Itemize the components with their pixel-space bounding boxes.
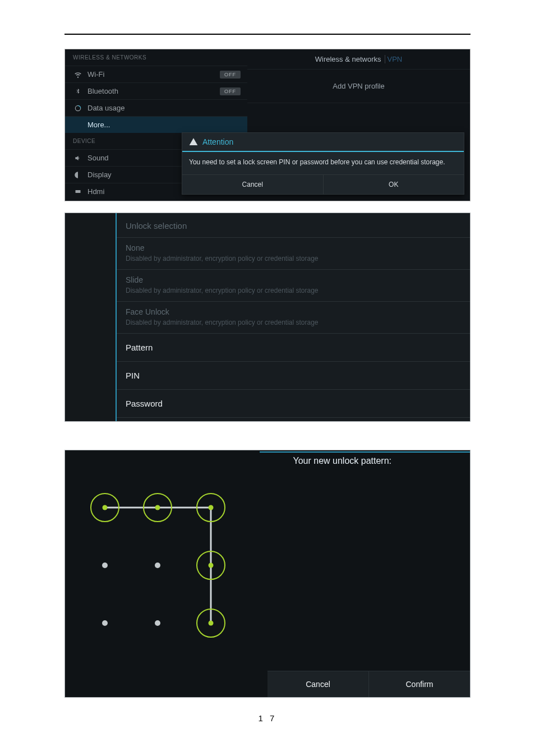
wifi-icon (73, 71, 83, 79)
ok-button[interactable]: OK (324, 175, 464, 194)
pattern-dot-active (196, 493, 225, 522)
pattern-dot (102, 563, 108, 568)
page-number: 1 7 (64, 713, 471, 723)
unlock-option-pin[interactable]: PIN (117, 361, 470, 389)
section-wireless-networks: WIRELESS & NETWORKS (65, 49, 247, 66)
wifi-label: Wi-Fi (87, 70, 220, 79)
pattern-dot (155, 563, 160, 568)
unlock-option-none: None Disabled by administrator, encrypti… (117, 237, 470, 269)
bluetooth-label: Bluetooth (87, 87, 220, 95)
attention-dialog: Attention You need to set a lock screen … (182, 132, 464, 195)
settings-vpn-screenshot: WIRELESS & NETWORKS Wi-Fi OFF Bluetooth … (64, 49, 471, 201)
pattern-grid[interactable] (82, 490, 233, 641)
unlock-header: Unlock selection (117, 213, 470, 237)
data-usage-icon (73, 104, 83, 112)
unlock-option-pattern[interactable]: Pattern (117, 333, 470, 361)
sidebar-item-bluetooth[interactable]: Bluetooth OFF (65, 82, 247, 99)
add-vpn-profile[interactable]: Add VPN profile (247, 69, 470, 103)
hdmi-icon (73, 188, 83, 195)
svg-rect-1 (76, 190, 81, 193)
bluetooth-icon (73, 87, 83, 95)
sidebar-item-wifi[interactable]: Wi-Fi OFF (65, 66, 247, 82)
detail-title: Wireless & networksVPN (247, 49, 470, 69)
pattern-dot (102, 620, 108, 626)
pattern-dot-active (143, 493, 172, 522)
pattern-dot-active (196, 609, 225, 638)
confirm-button[interactable]: Confirm (369, 671, 470, 697)
sidebar-item-more[interactable]: More... (65, 116, 247, 133)
dialog-body: You need to set a lock screen PIN or pas… (182, 152, 464, 174)
cancel-button[interactable]: Cancel (182, 175, 324, 194)
unlock-selection-screenshot: Unlock selection None Disabled by admini… (64, 213, 471, 422)
unlock-option-face: Face Unlock Disabled by administrator, e… (117, 301, 470, 333)
unlock-option-password[interactable]: Password (117, 389, 470, 417)
pattern-title: Your new unlock pattern: (293, 456, 391, 466)
data-usage-label: Data usage (87, 104, 247, 112)
wifi-toggle[interactable]: OFF (220, 71, 241, 79)
pattern-dot (155, 620, 160, 626)
title-underline (260, 451, 470, 453)
left-spacer (65, 213, 117, 421)
cancel-button[interactable]: Cancel (268, 671, 369, 697)
pattern-dot-active (90, 493, 119, 522)
unlock-list: Unlock selection None Disabled by admini… (117, 213, 470, 421)
more-label: More... (87, 121, 247, 129)
warning-icon (189, 137, 198, 146)
pattern-dot-active (196, 551, 225, 580)
dialog-title-bar: Attention (182, 133, 464, 152)
pattern-buttons: Cancel Confirm (268, 671, 470, 697)
vpn-breadcrumb: VPN (385, 55, 403, 63)
unlock-option-slide: Slide Disabled by administrator, encrypt… (117, 269, 470, 301)
dialog-title: Attention (202, 137, 233, 146)
dialog-buttons: Cancel OK (182, 174, 464, 194)
bluetooth-toggle[interactable]: OFF (220, 87, 241, 95)
pattern-confirm-screenshot: Your new unlock pattern: Cancel Confirm (64, 450, 471, 698)
display-icon (73, 171, 83, 179)
sidebar-item-data-usage[interactable]: Data usage (65, 99, 247, 116)
sound-icon (73, 154, 83, 162)
